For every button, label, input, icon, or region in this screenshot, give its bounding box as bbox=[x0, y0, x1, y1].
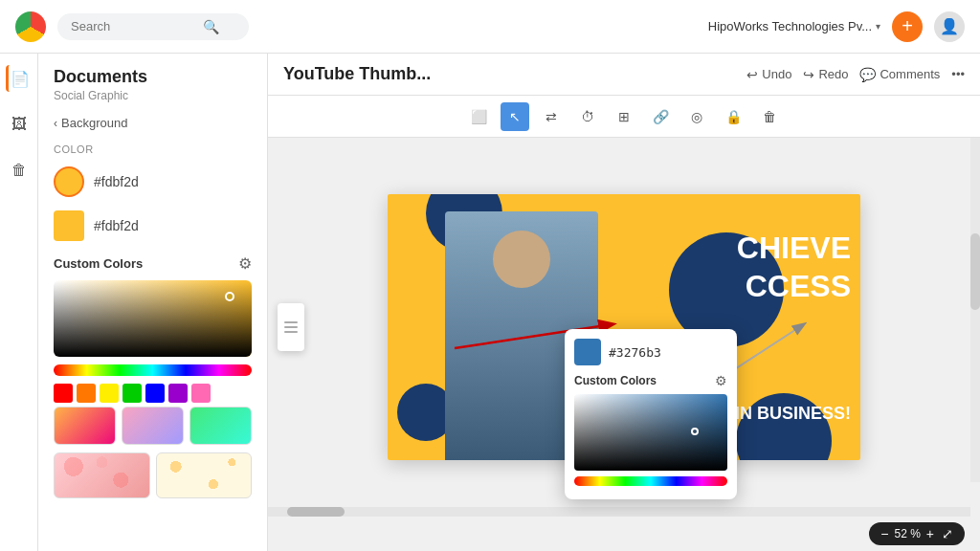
popup-picker-dot bbox=[691, 428, 699, 435]
popup-color-swatch[interactable] bbox=[574, 339, 601, 365]
texture-preset-2[interactable] bbox=[156, 452, 253, 498]
popup-gradient-dark-overlay bbox=[574, 394, 727, 471]
hue-bar[interactable] bbox=[54, 364, 252, 376]
sidebar-item-document[interactable]: 📄 bbox=[6, 65, 33, 92]
add-button[interactable]: + bbox=[892, 11, 923, 42]
zoom-out-button[interactable]: − bbox=[879, 526, 890, 541]
panel-header: Documents Social Graphic bbox=[38, 54, 267, 108]
redo-icon: ↪ bbox=[803, 67, 814, 82]
gradient-presets bbox=[38, 407, 267, 452]
custom-colors-header: Custom Colors ⚙ bbox=[38, 247, 267, 276]
top-navigation: 🔍 HipoWorks Technologies Pv... ▾ + 👤 bbox=[0, 0, 980, 54]
canvas-top-toolbar: YouTube Thumb... ↩ Undo ↪ Redo 💬 Comment… bbox=[268, 54, 980, 96]
gradient-dark-overlay bbox=[54, 280, 252, 357]
preset-swatch-pink[interactable] bbox=[191, 384, 211, 403]
search-input[interactable] bbox=[71, 19, 195, 33]
editor-toolbar: ⬜ ↖ ⇄ ⏱ ⊞ 🔗 ◎ 🔒 🗑 bbox=[268, 96, 980, 138]
canvas-text-ccess: CCESS bbox=[746, 271, 851, 301]
lock-button[interactable]: 🔒 bbox=[719, 102, 747, 131]
gradient-preset-1[interactable] bbox=[54, 407, 116, 445]
search-icon: 🔍 bbox=[203, 19, 219, 34]
horizontal-scroll-thumb[interactable] bbox=[287, 507, 345, 517]
picker-dot[interactable] bbox=[225, 292, 234, 301]
user-profile-button[interactable]: 👤 bbox=[934, 11, 965, 42]
swatch-hex-label: #fdbf2d bbox=[94, 218, 139, 233]
color-picker-popup: #3276b3 Custom Colors ⚙ bbox=[565, 329, 737, 499]
undo-icon: ↩ bbox=[746, 67, 758, 82]
delete-button[interactable]: 🗑 bbox=[755, 102, 784, 131]
popup-hue-bar[interactable] bbox=[574, 476, 727, 486]
main-layout: 📄 🖼 🗑 Documents Social Graphic ‹ Backgro… bbox=[0, 54, 980, 551]
panel-title: Documents bbox=[54, 67, 252, 87]
layer-button[interactable]: ◎ bbox=[682, 102, 711, 131]
color-swatch[interactable] bbox=[54, 210, 84, 241]
preset-swatch-purple[interactable] bbox=[168, 384, 188, 403]
color-section-label: Color bbox=[38, 138, 267, 159]
scroll-handle[interactable] bbox=[970, 233, 980, 310]
crop-button[interactable]: ⬜ bbox=[464, 102, 493, 131]
color-swatch-row: #fdbf2d bbox=[38, 205, 267, 247]
canvas-actions: ↩ Undo ↪ Redo 💬 Comments ••• bbox=[746, 67, 965, 82]
canvas-text-business: IN BUSINESS! bbox=[735, 405, 851, 422]
chevron-left-icon: ‹ bbox=[54, 117, 57, 130]
search-bar[interactable]: 🔍 bbox=[57, 13, 249, 40]
grid-button[interactable]: ⊞ bbox=[610, 102, 638, 131]
redo-button[interactable]: ↪ Redo bbox=[803, 67, 848, 82]
canvas-bottom-toolbar: − 52 % + ⤢ bbox=[268, 517, 980, 551]
popup-hex-label: #3276b3 bbox=[609, 345, 661, 360]
canvas-viewport: CHIEVE CCESS IN BUSINESS! #3276b3 Custom… bbox=[268, 138, 980, 517]
gradient-box bbox=[54, 280, 252, 357]
back-button[interactable]: ‹ Background bbox=[38, 108, 267, 138]
undo-button[interactable]: ↩ Undo bbox=[746, 67, 791, 82]
more-icon: ••• bbox=[951, 67, 965, 81]
comments-button[interactable]: 💬 Comments bbox=[859, 67, 940, 82]
popup-custom-header: Custom Colors ⚙ bbox=[574, 373, 727, 388]
popup-gradient-picker[interactable] bbox=[574, 394, 727, 471]
handle-line bbox=[284, 331, 298, 333]
preset-swatch-red[interactable] bbox=[54, 384, 73, 403]
gradient-preset-3[interactable] bbox=[189, 407, 252, 445]
link-button[interactable]: 🔗 bbox=[646, 102, 675, 131]
preset-swatch-green[interactable] bbox=[122, 384, 142, 403]
panel-subtitle: Social Graphic bbox=[54, 89, 252, 102]
texture-preset-1[interactable] bbox=[54, 452, 150, 498]
gradient-row bbox=[54, 407, 252, 445]
popup-custom-label: Custom Colors bbox=[574, 374, 657, 387]
app-logo bbox=[15, 11, 46, 42]
current-color-circle[interactable] bbox=[54, 166, 84, 197]
comments-icon: 💬 bbox=[859, 67, 876, 82]
sidebar-item-trash[interactable]: 🗑 bbox=[6, 157, 33, 184]
canvas-area: YouTube Thumb... ↩ Undo ↪ Redo 💬 Comment… bbox=[268, 54, 980, 551]
preset-swatch-blue[interactable] bbox=[145, 384, 165, 403]
handle-line bbox=[284, 321, 298, 323]
flip-button[interactable]: ⇄ bbox=[537, 102, 566, 131]
custom-colors-label: Custom Colors bbox=[54, 256, 143, 271]
current-color-row: #fdbf2d bbox=[38, 159, 267, 205]
fit-screen-button[interactable]: ⤢ bbox=[940, 526, 955, 541]
gradient-preset-2[interactable] bbox=[122, 407, 184, 445]
left-panel-handle[interactable] bbox=[278, 303, 304, 351]
color-picker-area[interactable] bbox=[54, 280, 252, 357]
zoom-control: − 52 % + ⤢ bbox=[869, 522, 965, 545]
preset-swatch-orange[interactable] bbox=[77, 384, 96, 403]
select-button[interactable]: ↖ bbox=[501, 102, 529, 131]
gear-icon[interactable]: ⚙ bbox=[238, 254, 252, 273]
icon-sidebar: 📄 🖼 🗑 bbox=[0, 54, 38, 551]
zoom-level-label: 52 % bbox=[894, 527, 920, 540]
canvas-title: YouTube Thumb... bbox=[283, 64, 431, 84]
left-panel: Documents Social Graphic ‹ Background Co… bbox=[38, 54, 268, 551]
sidebar-item-image[interactable]: 🖼 bbox=[6, 111, 33, 138]
more-options-button[interactable]: ••• bbox=[951, 67, 965, 81]
zoom-in-button[interactable]: + bbox=[924, 526, 936, 541]
canvas-text-achieve: CHIEVE bbox=[737, 232, 851, 263]
horizontal-scrollbar[interactable] bbox=[268, 507, 970, 517]
popup-color-row: #3276b3 bbox=[574, 339, 727, 365]
chevron-down-icon: ▾ bbox=[876, 21, 880, 32]
company-name-label[interactable]: HipoWorks Technologies Pv... ▾ bbox=[708, 19, 880, 33]
handle-line bbox=[284, 326, 298, 328]
popup-gear-icon[interactable]: ⚙ bbox=[715, 373, 727, 388]
timer-button[interactable]: ⏱ bbox=[573, 102, 602, 131]
vertical-scrollbar[interactable] bbox=[970, 138, 980, 482]
preset-swatch-yellow[interactable] bbox=[100, 384, 119, 403]
current-color-hex: #fdbf2d bbox=[94, 174, 139, 189]
